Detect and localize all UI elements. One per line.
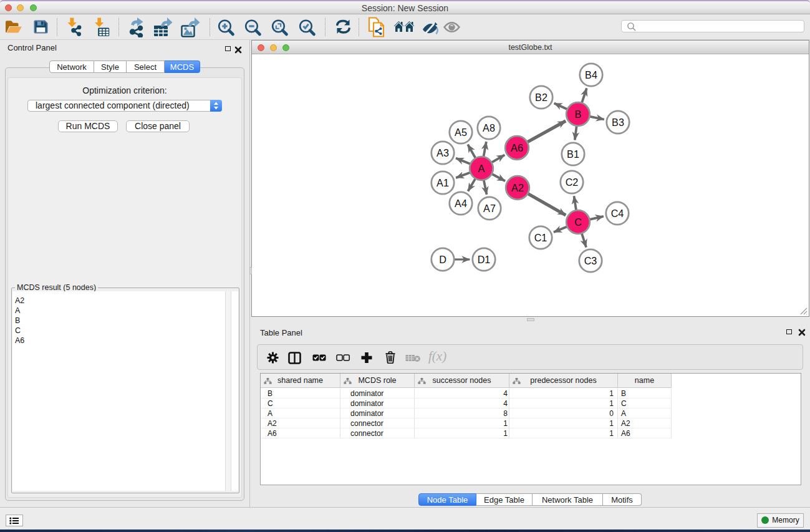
svg-text:B3: B3 [612, 117, 624, 128]
svg-text:B: B [575, 109, 582, 120]
svg-text:D: D [439, 254, 446, 265]
svg-text:A4: A4 [455, 198, 467, 209]
svg-text:C1: C1 [534, 232, 547, 243]
svg-text:A6: A6 [511, 142, 523, 153]
svg-text:A8: A8 [483, 122, 495, 133]
svg-text:A: A [478, 163, 485, 174]
svg-text:C4: C4 [611, 208, 624, 219]
svg-text:C2: C2 [566, 177, 579, 188]
svg-text:B1: B1 [567, 148, 579, 160]
svg-text:A5: A5 [455, 127, 467, 138]
svg-text:C: C [574, 216, 582, 228]
svg-text:D1: D1 [478, 254, 491, 265]
svg-text:A1: A1 [436, 177, 449, 188]
svg-text:A2: A2 [511, 182, 524, 193]
svg-text:A7: A7 [483, 203, 496, 214]
svg-text:C3: C3 [584, 255, 597, 266]
svg-text:B2: B2 [535, 92, 547, 103]
svg-text:B4: B4 [585, 69, 597, 80]
svg-text:A3: A3 [436, 147, 449, 158]
